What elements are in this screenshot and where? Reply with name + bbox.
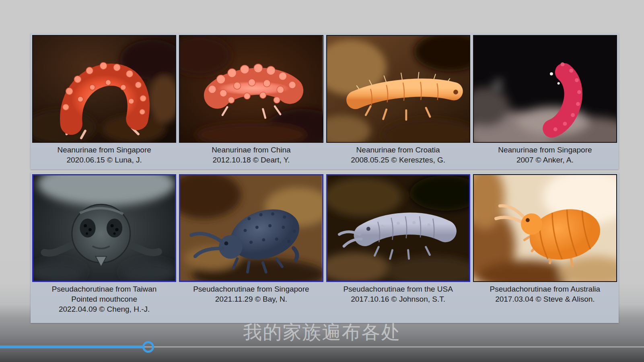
photo-credit: 2022.04.09 © Cheng, H.-J. xyxy=(33,304,175,314)
photo-neanurinae-singapore-crimson xyxy=(473,35,617,143)
photo-card: Neanurinae from Singapore 2007 © Anker, … xyxy=(473,35,617,165)
photo-card: Pseudachorutinae from Taiwan Pointed mou… xyxy=(32,174,176,314)
photo-title: Neanurinae from Croatia xyxy=(327,145,469,155)
photo-pseudachorutinae-australia xyxy=(473,174,617,282)
photo-title: Pseudachorutinae from Taiwan xyxy=(33,284,175,294)
photo-title: Neanurinae from Singapore xyxy=(474,145,616,155)
photo-title: Pseudachorutinae from Australia xyxy=(474,284,616,294)
photo-note: Pointed mouthcone xyxy=(33,294,175,304)
photo-credit: 2007 © Anker, A. xyxy=(474,155,616,165)
photo-credit: 2017.03.04 © Steve & Alison. xyxy=(474,294,616,304)
photo-credit: 2020.06.15 © Luna, J. xyxy=(33,155,175,165)
photo-credit: 2012.10.18 © Deart, Y. xyxy=(180,155,322,165)
photo-card: Pseudachorutinae from the USA 2017.10.16… xyxy=(326,174,470,314)
progress-knob[interactable] xyxy=(142,341,154,353)
photo-credit: 2008.05.25 © Keresztes, G. xyxy=(327,155,469,165)
photo-credit: 2017.10.16 © Johnson, S.T. xyxy=(327,294,469,304)
progress-fill xyxy=(0,346,143,348)
springtail-photo-illustration xyxy=(327,36,469,142)
photo-pseudachorutinae-taiwan xyxy=(32,174,176,282)
springtail-photo-illustration xyxy=(327,175,469,281)
photo-card: Pseudachorutinae from Singapore 2021.11.… xyxy=(179,174,323,314)
photo-neanurinae-croatia xyxy=(326,35,470,143)
video-frame[interactable]: Neanurinae from Singapore 2020.06.15 © L… xyxy=(0,0,644,362)
photo-credit: 2021.11.29 © Bay, N. xyxy=(180,294,322,304)
photo-pseudachorutinae-singapore xyxy=(179,174,323,282)
springtail-photo-illustration xyxy=(180,175,322,281)
photo-pseudachorutinae-usa xyxy=(326,174,470,282)
photo-grid-row-pseudachorutinae: Pseudachorutinae from Taiwan Pointed mou… xyxy=(31,173,619,323)
video-subtitle: 我的家族遍布各处 xyxy=(0,321,644,344)
photo-card: Neanurinae from Singapore 2020.06.15 © L… xyxy=(32,35,176,165)
photo-neanurinae-singapore-red xyxy=(32,35,176,143)
photo-card: Neanurinae from Croatia 2008.05.25 © Ker… xyxy=(326,35,470,165)
springtail-photo-illustration xyxy=(474,175,616,281)
springtail-photo-illustration xyxy=(33,36,175,142)
photo-title: Neanurinae from China xyxy=(180,145,322,155)
photo-card: Neanurinae from China 2012.10.18 © Deart… xyxy=(179,35,323,165)
photo-title: Pseudachorutinae from the USA xyxy=(327,284,469,294)
photo-title: Neanurinae from Singapore xyxy=(33,145,175,155)
photo-card: Pseudachorutinae from Australia 2017.03.… xyxy=(473,174,617,314)
photo-grid-row-neanurinae: Neanurinae from Singapore 2020.06.15 © L… xyxy=(31,33,619,169)
springtail-photo-illustration xyxy=(180,36,322,142)
springtail-head-photo-illustration xyxy=(33,175,175,281)
photo-neanurinae-china xyxy=(179,35,323,143)
photo-title: Pseudachorutinae from Singapore xyxy=(180,284,322,294)
springtail-photo-illustration xyxy=(474,36,616,142)
